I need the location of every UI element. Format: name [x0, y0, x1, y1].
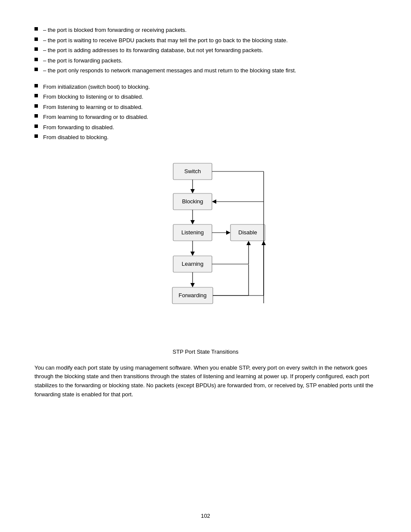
- svg-marker-66: [246, 241, 251, 245]
- svg-text:Learning: Learning: [182, 261, 204, 267]
- list-item: From listening to learning or to disable…: [34, 103, 377, 112]
- list-item: From disabled to blocking.: [34, 133, 377, 142]
- bullet-text: – the port is forwarding packets.: [43, 56, 377, 65]
- bullet-text: From learning to forwarding or to disabl…: [43, 113, 377, 121]
- bullet-icon: [34, 94, 38, 97]
- svg-marker-53: [190, 283, 195, 287]
- bullet-text: – the port is waiting to receive BPDU pa…: [43, 36, 377, 45]
- bottom-bullet-list: From initialization (switch boot) to blo…: [34, 83, 377, 142]
- svg-marker-63: [262, 241, 266, 245]
- list-item: – the port is blocked from forwarding or…: [34, 26, 377, 34]
- bullet-icon: [34, 27, 38, 31]
- list-item: – the port is forwarding packets.: [34, 56, 377, 65]
- svg-marker-51: [190, 252, 195, 256]
- svg-marker-55: [226, 230, 230, 235]
- bullet-icon: [34, 124, 38, 128]
- svg-text:Listening: Listening: [181, 229, 204, 236]
- bullet-icon: [34, 114, 38, 118]
- body-paragraph: You can modify each port state by using …: [34, 364, 377, 399]
- svg-marker-49: [190, 220, 195, 224]
- list-item: From forwarding to disabled.: [34, 123, 377, 132]
- svg-marker-47: [190, 189, 195, 193]
- bullet-text: – the port is adding addresses to its fo…: [43, 46, 377, 55]
- page-number: 102: [201, 513, 210, 519]
- bullet-text: From listening to learning or to disable…: [43, 103, 377, 112]
- svg-text:Disable: Disable: [238, 229, 257, 236]
- bullet-icon: [34, 104, 38, 108]
- diagram-caption: STP Port State Transitions: [173, 348, 239, 355]
- bullet-icon: [34, 37, 38, 41]
- svg-marker-59: [212, 199, 216, 204]
- list-item: From blocking to listening or to disable…: [34, 93, 377, 101]
- stp-diagram: Switch Blocking Listening Learning: [34, 155, 377, 355]
- list-item: – the port is adding addresses to its fo…: [34, 46, 377, 55]
- bullet-text: – the port is blocked from forwarding or…: [43, 26, 377, 34]
- diagram-svg-clean: Switch Blocking Listening Learning Forwa…: [128, 155, 283, 344]
- list-item: From initialization (switch boot) to blo…: [34, 83, 377, 91]
- bullet-text: From disabled to blocking.: [43, 133, 377, 142]
- list-item: – the port only responds to network mana…: [34, 66, 377, 75]
- bullet-icon: [34, 84, 38, 87]
- bullet-text: – the port only responds to network mana…: [43, 66, 377, 75]
- bullet-icon: [34, 134, 38, 138]
- list-item: From learning to forwarding or to disabl…: [34, 113, 377, 121]
- bullet-icon: [34, 58, 38, 61]
- top-bullet-list: – the port is blocked from forwarding or…: [34, 26, 377, 75]
- bullet-icon: [34, 47, 38, 51]
- bullet-text: From blocking to listening or to disable…: [43, 93, 377, 101]
- svg-text:Switch: Switch: [184, 168, 201, 174]
- bullet-icon: [34, 68, 38, 71]
- svg-text:Blocking: Blocking: [182, 198, 203, 205]
- list-item: – the port is waiting to receive BPDU pa…: [34, 36, 377, 45]
- svg-text:Forwarding: Forwarding: [178, 292, 206, 299]
- bullet-text: From forwarding to disabled.: [43, 123, 377, 132]
- bullet-text: From initialization (switch boot) to blo…: [43, 83, 377, 91]
